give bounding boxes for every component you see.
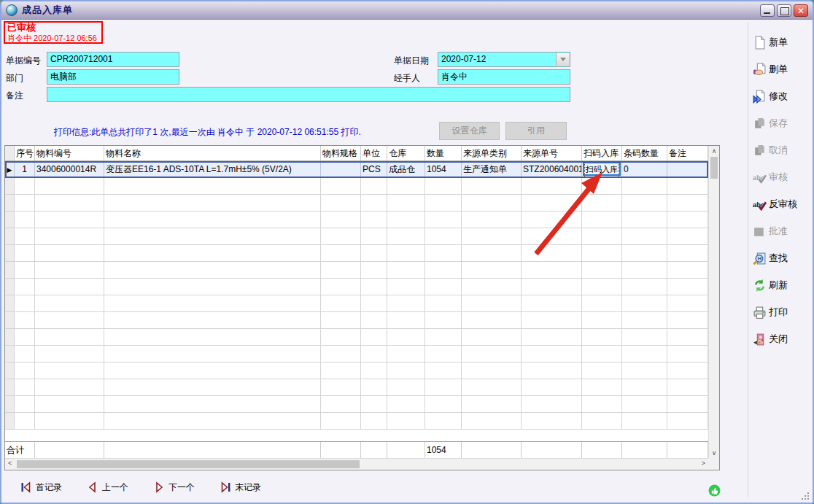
remark-field[interactable]	[47, 87, 570, 102]
cell-barcode-qty[interactable]: 0	[622, 161, 667, 177]
table-empty-row	[5, 346, 708, 363]
sidebar-button-label: 取消	[769, 144, 788, 157]
audit-icon: abc	[753, 171, 767, 185]
first-record-label: 首记录	[36, 481, 62, 494]
cell-warehouse[interactable]: 成品仓	[387, 161, 425, 177]
last-record-icon	[220, 481, 231, 493]
sidebar: 新单 删单 修改 保存 取消	[753, 34, 813, 348]
sidebar-button-unaudit[interactable]: abc 反审核	[753, 195, 813, 213]
resize-grip[interactable]	[800, 491, 809, 500]
svg-text:H: H	[758, 255, 761, 262]
horizontal-scrollbar[interactable]: < >	[5, 458, 708, 470]
sidebar-button-find[interactable]: H 查找	[753, 249, 813, 267]
sidebar-button-label: 修改	[769, 90, 788, 103]
prev-record-label: 上一个	[102, 481, 128, 494]
table-empty-row	[5, 413, 708, 430]
vertical-scroll-thumb[interactable]	[710, 157, 718, 179]
doc-date-dropdown-button[interactable]	[556, 53, 569, 66]
sidebar-button-delete[interactable]: 删单	[753, 61, 813, 78]
scroll-up-arrow-icon[interactable]: ∧	[709, 147, 719, 155]
horizontal-scroll-thumb[interactable]	[17, 460, 360, 468]
table-empty-row	[5, 228, 708, 245]
remark-label: 备注	[6, 90, 23, 102]
app-window: 成品入库单 已审核 肖令中 2020-07-12 06:56 单据编号 CPR2…	[0, 0, 814, 504]
reference-button: 引用	[505, 122, 567, 140]
sidebar-button-label: 查找	[769, 252, 788, 265]
approve-icon	[753, 225, 767, 239]
save-icon	[753, 117, 767, 131]
total-qty: 1054	[425, 442, 462, 458]
close-button[interactable]	[794, 4, 808, 17]
cell-remark[interactable]	[667, 161, 708, 177]
scroll-right-arrow-icon[interactable]: >	[702, 460, 705, 467]
vertical-scrollbar[interactable]: ∧ ∨	[708, 146, 719, 458]
cell-seq[interactable]: 1	[15, 161, 35, 177]
sidebar-button-refresh[interactable]: 刷新	[753, 276, 813, 294]
cell-scan-in: 扫码入库	[582, 161, 622, 177]
cell-qty[interactable]: 1054	[425, 161, 462, 177]
scroll-left-arrow-icon[interactable]: <	[8, 460, 12, 467]
dept-field[interactable]: 电脑部	[47, 69, 179, 85]
next-record-button[interactable]: 下一个	[153, 481, 195, 494]
chevron-down-icon	[560, 58, 566, 61]
sidebar-button-label: 批准	[769, 225, 788, 238]
next-record-icon	[153, 481, 165, 493]
cell-spec[interactable]	[321, 161, 361, 177]
current-row-marker-cell: ▶	[5, 161, 15, 177]
scroll-down-arrow-icon[interactable]: ∨	[709, 449, 719, 457]
sidebar-button-label: 审核	[769, 171, 788, 184]
print-icon	[753, 306, 767, 319]
first-record-icon	[20, 481, 32, 493]
sidebar-button-modify[interactable]: 修改	[753, 88, 813, 105]
scan-in-button[interactable]: 扫码入库	[583, 162, 621, 176]
sidebar-button-close[interactable]: 关闭	[753, 330, 813, 348]
unaudit-icon: abc	[753, 198, 767, 212]
grid-empty-rows	[5, 178, 708, 430]
total-label: 合计	[5, 442, 35, 458]
column-header-scan-in: 扫码入库	[582, 146, 622, 160]
doc-date-field[interactable]: 2020-07-12	[438, 52, 570, 67]
sidebar-button-label: 关闭	[769, 333, 788, 346]
audit-stamp: 已审核 肖令中 2020-07-12 06:56	[4, 21, 103, 44]
column-header-material-name: 物料名称	[104, 146, 321, 160]
table-empty-row	[5, 329, 708, 346]
cell-material-code[interactable]: 34006000014R	[35, 161, 104, 177]
last-record-label: 末记录	[235, 481, 261, 494]
cell-source-no[interactable]: STZ200604001	[522, 161, 582, 177]
first-record-button[interactable]: 首记录	[20, 481, 62, 494]
sidebar-button-print[interactable]: 打印	[753, 303, 813, 321]
handler-field[interactable]: 肖令中	[438, 69, 570, 85]
sidebar-button-label: 反审核	[769, 198, 797, 211]
table-row[interactable]: ▶ 1 34006000014R 变压器EE16-1 ADS-10TA L=1.…	[5, 161, 708, 178]
set-warehouse-button: 设置仓库	[439, 122, 500, 140]
table-empty-row	[5, 195, 708, 212]
doc-no-field[interactable]: CPR200712001	[47, 52, 179, 67]
table-empty-row	[5, 363, 708, 379]
last-record-button[interactable]: 末记录	[220, 481, 261, 494]
dept-label: 部门	[6, 72, 23, 85]
table-empty-row	[5, 245, 708, 262]
maximize-button[interactable]	[777, 4, 791, 17]
sidebar-button-new[interactable]: 新单	[753, 34, 813, 51]
cell-material-name[interactable]: 变压器EE16-1 ADS-10TA L=1.7mH±5% (5V/2A)	[104, 161, 321, 177]
sidebar-button-label: 打印	[769, 306, 788, 319]
table-empty-row	[5, 295, 708, 312]
search-icon: H	[753, 252, 767, 265]
sidebar-button-label: 删单	[769, 63, 788, 76]
column-header-source-type: 来源单类别	[462, 146, 522, 160]
prev-record-button[interactable]: 上一个	[87, 481, 128, 494]
doc-no-label: 单据编号	[6, 55, 41, 67]
cell-unit[interactable]: PCS	[361, 161, 387, 177]
cell-source-type[interactable]: 生产通知单	[462, 161, 522, 177]
new-doc-icon	[753, 36, 767, 50]
sidebar-button-approve: 批准	[753, 222, 813, 240]
green-thumb-badge-icon[interactable]	[708, 484, 721, 497]
table-empty-row	[5, 379, 708, 396]
table-empty-row	[5, 212, 708, 228]
minimize-button[interactable]	[760, 4, 775, 17]
column-header-remark: 备注	[667, 146, 708, 160]
table-empty-row	[5, 396, 708, 413]
column-header-seq: 序号	[15, 146, 35, 160]
column-header-unit: 单位	[361, 146, 387, 160]
sidebar-button-save: 保存	[753, 115, 813, 132]
